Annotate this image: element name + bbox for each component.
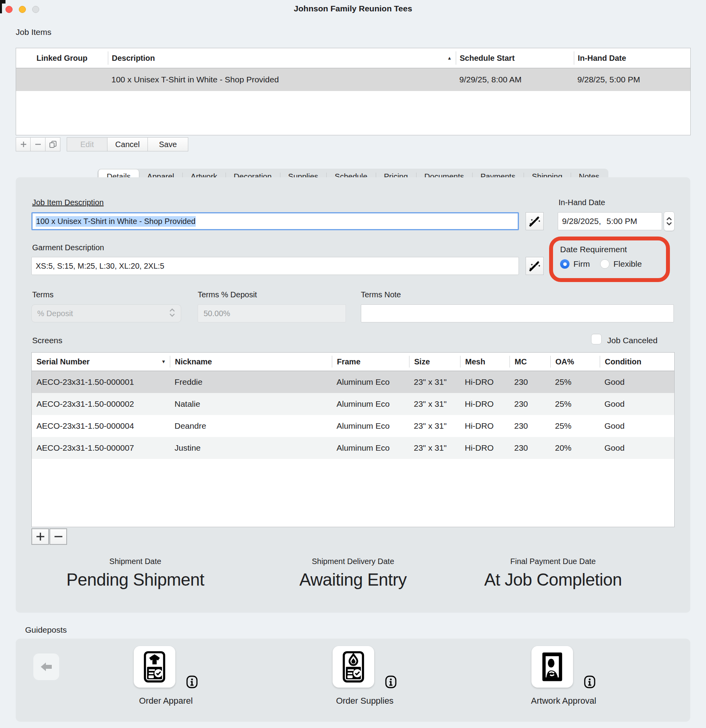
screens-section-label: Screens	[32, 336, 62, 345]
job-canceled-checkbox[interactable]	[591, 334, 602, 344]
order-supplies-button[interactable]	[333, 646, 374, 688]
in-hand-date-input[interactable]: 9/28/2025, 5:00 PM	[558, 212, 662, 230]
add-job-item-button[interactable]	[16, 137, 31, 151]
app-window: Johnson Family Reunion Tees Job Items Li…	[0, 0, 706, 728]
flexible-radio[interactable]	[600, 259, 610, 269]
job-item-schedule-start: 9/29/25, 8:00 AM	[456, 75, 574, 84]
job-items-action-buttons: Edit Cancel Save	[67, 137, 188, 151]
artwork-approval-icon	[541, 651, 563, 682]
add-screen-button[interactable]	[31, 528, 49, 545]
firm-radio-label: Firm	[573, 259, 590, 269]
magic-wand-icon	[529, 215, 540, 227]
column-header-oa[interactable]: OA%	[550, 356, 600, 368]
column-header-schedule-start[interactable]: Schedule Start	[456, 51, 574, 65]
remove-job-item-button[interactable]	[30, 137, 45, 151]
column-header-linked-group[interactable]: Linked Group	[16, 51, 108, 65]
screen-row[interactable]: AECO-23x31-1.50-000007 Justine Aluminum …	[32, 437, 674, 459]
in-hand-date-stepper[interactable]	[664, 211, 675, 231]
terms-select[interactable]: % Deposit	[31, 304, 181, 322]
job-canceled-label: Job Canceled	[607, 336, 657, 345]
date-requirement-label: Date Requirement	[560, 245, 627, 254]
back-arrow-icon	[40, 661, 53, 673]
final-payment-due-date-summary: Final Payment Due Date At Job Completion	[484, 557, 622, 590]
job-items-section-label: Job Items	[16, 27, 51, 37]
save-button[interactable]: Save	[147, 137, 188, 151]
plus-icon	[35, 531, 45, 542]
column-header-description[interactable]: Description ▲	[108, 51, 456, 65]
job-item-row[interactable]: 100 x Unisex T-Shirt in White - Shop Pro…	[16, 68, 690, 91]
shipment-date-value: Pending Shipment	[66, 570, 204, 590]
terms-note-label: Terms Note	[361, 290, 401, 299]
column-header-serial-number[interactable]: Serial Number ▼	[32, 356, 170, 368]
screen-corner-artifact	[0, 0, 2, 13]
job-item-description-input[interactable]: 100 x Unisex T-Shirt in White - Shop Pro…	[31, 212, 519, 230]
select-chevrons-icon	[169, 308, 175, 320]
shipment-date-summary: Shipment Date Pending Shipment	[66, 557, 204, 590]
column-header-mc[interactable]: MC	[509, 356, 550, 368]
guidepost-back-button[interactable]	[33, 653, 59, 680]
sort-ascending-icon: ▲	[447, 55, 452, 61]
terms-deposit-label: Terms % Deposit	[198, 290, 257, 299]
order-apparel-icon	[143, 650, 166, 683]
cancel-button[interactable]: Cancel	[107, 137, 148, 151]
job-item-description-label: Job Item Description	[32, 198, 104, 207]
in-hand-date-label: In-Hand Date	[559, 198, 605, 207]
magic-wand-icon	[529, 260, 540, 272]
screen-row[interactable]: AECO-23x31-1.50-000002 Natalie Aluminum …	[32, 393, 674, 415]
description-autofill-button[interactable]	[526, 212, 544, 230]
sort-descending-icon: ▼	[161, 359, 166, 364]
duplicate-icon	[49, 140, 57, 149]
info-icon	[385, 675, 397, 688]
artwork-approval-button[interactable]	[531, 646, 573, 688]
guideposts-section-label: Guideposts	[25, 625, 67, 635]
column-header-condition[interactable]: Condition	[600, 356, 674, 368]
job-items-table: Linked Group Description ▲ Schedule Star…	[16, 48, 691, 135]
stepper-up-icon	[666, 217, 672, 220]
job-items-table-header: Linked Group Description ▲ Schedule Star…	[16, 48, 690, 68]
order-supplies-label: Order Supplies	[336, 696, 394, 706]
selected-text: 100 x Unisex T-Shirt in White - Shop Pro…	[36, 216, 196, 227]
screen-row[interactable]: AECO-23x31-1.50-000004 Deandre Aluminum …	[32, 415, 674, 437]
final-payment-due-date-value: At Job Completion	[484, 570, 622, 590]
screens-table-header: Serial Number ▼ Nickname Frame Size Mesh…	[32, 353, 674, 371]
job-item-description: 100 x Unisex T-Shirt in White - Shop Pro…	[108, 75, 456, 84]
column-header-in-hand-date[interactable]: In-Hand Date	[574, 51, 690, 65]
minus-icon	[34, 140, 42, 148]
terms-label: Terms	[32, 290, 53, 299]
terms-note-input[interactable]	[361, 304, 674, 322]
details-panel: Job Item Description 100 x Unisex T-Shir…	[16, 177, 690, 613]
info-icon	[186, 675, 198, 688]
guideposts-panel: Order Apparel Or	[16, 639, 690, 722]
screens-table: Serial Number ▼ Nickname Frame Size Mesh…	[31, 352, 675, 527]
garment-description-input[interactable]: XS:5, S:15, M:25, L:30, XL:20, 2XL:5	[31, 257, 519, 275]
plus-icon	[20, 140, 27, 148]
firm-radio[interactable]	[560, 259, 570, 269]
order-apparel-info-button[interactable]	[186, 675, 198, 688]
garment-description-label: Garment Description	[32, 243, 104, 252]
flexible-radio-label: Flexible	[613, 259, 642, 269]
order-supplies-icon	[342, 650, 365, 683]
window-title: Johnson Family Reunion Tees	[0, 4, 706, 13]
order-apparel-label: Order Apparel	[139, 696, 193, 706]
minus-icon	[53, 531, 64, 542]
edit-button[interactable]: Edit	[67, 137, 107, 151]
artwork-approval-label: Artwork Approval	[531, 696, 596, 706]
column-header-mesh[interactable]: Mesh	[460, 356, 509, 368]
remove-screen-button[interactable]	[49, 528, 67, 545]
stepper-down-icon	[666, 222, 672, 226]
garment-autofill-button[interactable]	[526, 257, 544, 275]
artwork-approval-info-button[interactable]	[584, 675, 596, 688]
shipment-delivery-date-value: Awaiting Entry	[299, 570, 406, 590]
screen-row[interactable]: AECO-23x31-1.50-000001 Freddie Aluminum …	[32, 371, 674, 393]
column-header-size[interactable]: Size	[409, 356, 460, 368]
order-apparel-button[interactable]	[134, 646, 175, 688]
terms-deposit-input[interactable]: 50.00%	[198, 304, 346, 322]
duplicate-job-item-button[interactable]	[45, 137, 60, 151]
info-icon	[584, 675, 596, 688]
column-header-nickname[interactable]: Nickname	[170, 356, 332, 368]
job-item-in-hand-date: 9/28/25, 5:00 PM	[574, 75, 690, 84]
shipment-delivery-date-summary: Shipment Delivery Date Awaiting Entry	[299, 557, 406, 590]
order-supplies-info-button[interactable]	[385, 675, 397, 688]
title-bar: Johnson Family Reunion Tees	[0, 0, 706, 18]
column-header-frame[interactable]: Frame	[332, 356, 409, 368]
